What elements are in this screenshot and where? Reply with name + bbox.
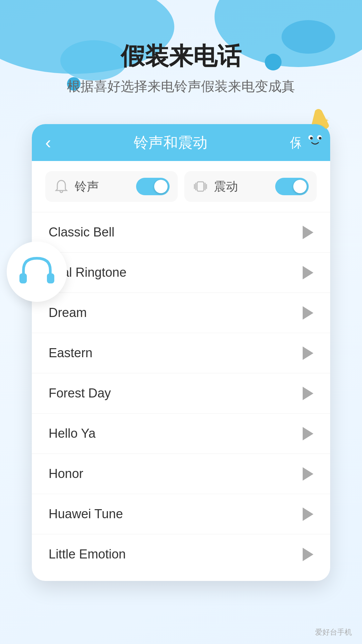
svg-text:+: + <box>325 117 329 124</box>
svg-text:·: · <box>328 116 329 120</box>
svg-point-0 <box>300 124 330 158</box>
ringtone-item[interactable]: Dream <box>32 293 330 333</box>
ringtone-name: Dream <box>49 306 303 320</box>
ringtone-item[interactable]: Eastern <box>32 333 330 373</box>
vibration-switch[interactable] <box>275 178 309 195</box>
ringtone-name: Forest Day <box>49 386 303 400</box>
ringtone-item[interactable]: Forest Day <box>32 373 330 414</box>
toggle-row: 铃声 震动 <box>32 161 330 212</box>
ringtone-name: Honor <box>49 467 303 481</box>
page-subtitle: 根据喜好选择来电铃声假装来电变成真 <box>0 77 362 96</box>
page-title: 假装来电话 <box>0 40 362 72</box>
header-title: 铃声和震动 <box>51 133 290 153</box>
svg-point-3 <box>310 137 313 140</box>
play-button[interactable] <box>303 226 313 239</box>
mascot-character: + · · <box>278 104 345 164</box>
ringtone-name: Eastern <box>49 346 303 360</box>
vibration-label: 震动 <box>214 178 270 195</box>
play-button[interactable] <box>303 467 313 481</box>
ringtone-name: Huawei Tune <box>49 507 303 521</box>
ringtone-name: Classic Bell <box>49 225 303 239</box>
ringtone-name: Little Emotion <box>49 547 303 561</box>
vibration-icon <box>192 178 208 195</box>
play-button[interactable] <box>303 346 313 360</box>
ringtone-item[interactable]: Classic Bell <box>32 212 330 253</box>
ringtone-item[interactable]: Hello Ya <box>32 414 330 454</box>
headphone-decoration <box>7 241 67 302</box>
svg-point-4 <box>319 137 321 140</box>
ringtone-switch[interactable] <box>136 178 170 195</box>
play-button[interactable] <box>303 266 313 279</box>
ringtone-item[interactable]: Honor <box>32 454 330 494</box>
ringtone-list: Classic Bellgital RingtoneDreamEasternFo… <box>32 212 330 581</box>
play-button[interactable] <box>303 548 313 561</box>
svg-text:·: · <box>330 125 331 130</box>
play-button[interactable] <box>303 387 313 400</box>
ringtone-label: 铃声 <box>75 178 131 195</box>
play-button[interactable] <box>303 427 313 440</box>
ringtone-name: Hello Ya <box>49 426 303 441</box>
vibration-toggle-item: 震动 <box>184 171 317 202</box>
ringtone-item[interactable]: gital Ringtone <box>32 253 330 293</box>
svg-rect-8 <box>197 182 204 191</box>
svg-rect-13 <box>19 273 27 283</box>
watermark: 爱好台手机 <box>315 627 352 637</box>
ringtone-item[interactable]: Little Emotion <box>32 534 330 574</box>
play-button[interactable] <box>303 507 313 521</box>
ringtone-toggle-item: 铃声 <box>45 171 178 202</box>
back-button[interactable]: ‹ <box>45 132 51 153</box>
ringtone-name: gital Ringtone <box>49 265 303 280</box>
bell-icon <box>53 178 69 195</box>
ringtone-item[interactable]: Huawei Tune <box>32 494 330 534</box>
svg-rect-14 <box>47 273 54 283</box>
play-button[interactable] <box>303 306 313 320</box>
phone-card: ‹ 铃声和震动 保存 铃声 震动 Classic B <box>32 124 330 581</box>
